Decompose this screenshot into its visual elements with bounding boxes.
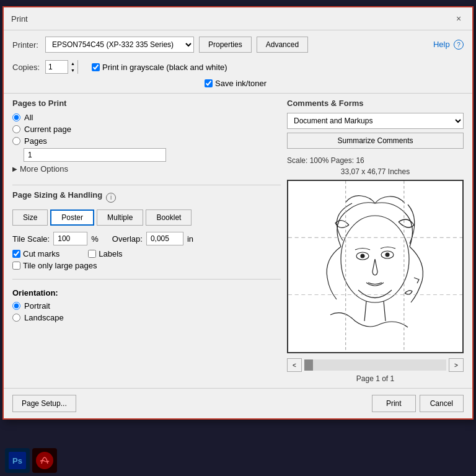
- booklet-button[interactable]: Booklet: [146, 209, 192, 226]
- svg-point-6: [361, 254, 364, 258]
- comments-select-row: Document and Markups Document Form Field…: [287, 113, 464, 129]
- tile-large-text: Tile only large pages: [23, 261, 97, 270]
- copies-input-wrap: 1 ▲ ▼: [45, 60, 78, 74]
- save-ink-row: Save ink/toner: [4, 79, 472, 93]
- preview-container: [287, 180, 464, 353]
- pages-option[interactable]: Pages: [12, 136, 281, 146]
- acrobat-icon: [36, 452, 53, 469]
- summarize-button[interactable]: Summarize Comments: [287, 133, 464, 149]
- page-slider[interactable]: [304, 359, 446, 371]
- save-ink-label: Save ink/toner: [215, 79, 267, 88]
- spinner-buttons: ▲ ▼: [68, 60, 77, 74]
- svg-point-8: [386, 253, 389, 257]
- labels-checkbox[interactable]: [88, 250, 96, 258]
- tile-scale-label: Tile Scale:: [12, 234, 50, 244]
- cancel-button[interactable]: Cancel: [420, 395, 464, 412]
- photoshop-taskbar-item[interactable]: Ps: [5, 448, 30, 473]
- portrait-option[interactable]: Portrait: [12, 301, 281, 311]
- sizing-header: Page Sizing & Handling i: [12, 190, 281, 205]
- advanced-button[interactable]: Advanced: [257, 37, 308, 53]
- landscape-label: Landscape: [24, 313, 64, 322]
- labels-label[interactable]: Labels: [88, 249, 122, 258]
- all-radio[interactable]: [12, 113, 20, 121]
- printer-select[interactable]: EPSON754C45 (XP-332 335 Series): [45, 37, 194, 53]
- scale-info: Scale: 100% Pages: 16: [287, 156, 464, 165]
- pages-title: Pages to Print: [12, 99, 281, 108]
- page-setup-button[interactable]: Page Setup...: [12, 395, 76, 412]
- divider-2: [12, 279, 281, 280]
- pages-input-row: [12, 148, 281, 162]
- pages-section: Pages to Print All Current page Pages: [12, 99, 281, 176]
- current-page-radio[interactable]: [12, 125, 20, 133]
- save-ink-checkbox[interactable]: [205, 79, 213, 87]
- grayscale-checkbox[interactable]: [92, 63, 100, 71]
- spin-up-button[interactable]: ▲: [68, 60, 77, 67]
- page-dimensions: 33,07 x 46,77 Inches: [287, 167, 464, 176]
- comments-forms-title: Comments & Forms: [287, 99, 464, 108]
- printer-label: Printer:: [12, 40, 40, 50]
- print-button[interactable]: Print: [372, 395, 416, 412]
- more-options-toggle[interactable]: ▶ More Options: [12, 162, 281, 176]
- landscape-radio[interactable]: [12, 314, 20, 322]
- sizing-title: Page Sizing & Handling: [12, 190, 102, 200]
- percent-label: %: [91, 234, 99, 244]
- bottom-bar: Page Setup... Print Cancel: [4, 388, 472, 418]
- current-page-label: Current page: [24, 125, 71, 134]
- pages-radio[interactable]: [12, 137, 20, 145]
- acrobat-taskbar-item[interactable]: [32, 448, 57, 473]
- taskbar: Ps: [0, 445, 476, 476]
- cut-marks-label[interactable]: Cut marks Labels: [12, 249, 281, 258]
- overlap-unit: in: [187, 234, 193, 244]
- pages-label: Pages: [24, 136, 47, 146]
- options-checkboxes: Print in grayscale (black and white): [83, 61, 236, 73]
- print-dialog: Print × Printer: EPSON754C45 (XP-332 335…: [2, 6, 474, 420]
- comments-forms-select[interactable]: Document and Markups Document Form Field…: [287, 113, 464, 129]
- right-panel: Comments & Forms Document and Markups Do…: [287, 99, 464, 383]
- save-ink-checkbox-label[interactable]: Save ink/toner: [205, 79, 267, 88]
- tile-scale-input[interactable]: [53, 232, 87, 245]
- tile-large-checkbox[interactable]: [12, 262, 20, 270]
- orientation-title: Orientation:: [12, 288, 281, 298]
- copies-input[interactable]: 1: [46, 61, 68, 73]
- poster-button[interactable]: Poster: [50, 209, 94, 226]
- current-page-option[interactable]: Current page: [12, 125, 281, 134]
- tile-large-label[interactable]: Tile only large pages: [12, 261, 281, 270]
- orientation-section: Orientation: Portrait Landscape: [12, 288, 281, 322]
- pages-input[interactable]: [24, 148, 166, 162]
- info-icon[interactable]: i: [106, 193, 116, 203]
- copies-row: Copies: 1 ▲ ▼ Print in grayscale (black …: [4, 59, 472, 79]
- overlap-input[interactable]: [146, 232, 183, 245]
- orientation-radio-group: Portrait Landscape: [12, 301, 281, 322]
- acrobat-logo-svg: [39, 455, 50, 466]
- copies-label: Copies:: [12, 63, 40, 72]
- help-link[interactable]: Help ?: [433, 40, 464, 50]
- sizing-buttons: Size Poster Multiple Booklet: [12, 209, 281, 226]
- cut-marks-checkbox[interactable]: [12, 250, 20, 258]
- more-options-label: More Options: [20, 164, 68, 174]
- multiple-button[interactable]: Multiple: [97, 209, 143, 226]
- all-pages-option[interactable]: All: [12, 113, 281, 122]
- tile-options: Tile Scale: % Overlap: in Cut marks: [12, 232, 281, 270]
- labels-text: Labels: [99, 249, 122, 258]
- help-icon: ?: [454, 40, 464, 50]
- bottom-right-buttons: Print Cancel: [372, 395, 464, 412]
- properties-button[interactable]: Properties: [199, 37, 252, 53]
- radio-group: All Current page Pages: [12, 113, 281, 146]
- portrait-radio[interactable]: [12, 302, 20, 310]
- slider-row: < >: [287, 358, 464, 372]
- all-label: All: [24, 113, 33, 122]
- landscape-option[interactable]: Landscape: [12, 313, 281, 322]
- page-indicator: Page 1 of 1: [287, 374, 464, 383]
- size-button[interactable]: Size: [12, 209, 48, 226]
- spin-down-button[interactable]: ▼: [68, 67, 77, 74]
- main-content: Pages to Print All Current page Pages: [4, 93, 472, 388]
- close-button[interactable]: ×: [452, 12, 465, 25]
- next-page-button[interactable]: >: [449, 358, 464, 372]
- dialog-title: Print: [11, 14, 28, 24]
- prev-page-button[interactable]: <: [287, 358, 302, 372]
- grayscale-checkbox-label[interactable]: Print in grayscale (black and white): [92, 63, 227, 72]
- printer-section: Printer: EPSON754C45 (XP-332 335 Series)…: [4, 30, 472, 59]
- divider-1: [12, 185, 281, 185]
- portrait-label: Portrait: [24, 301, 50, 311]
- more-options-arrow: ▶: [12, 165, 17, 172]
